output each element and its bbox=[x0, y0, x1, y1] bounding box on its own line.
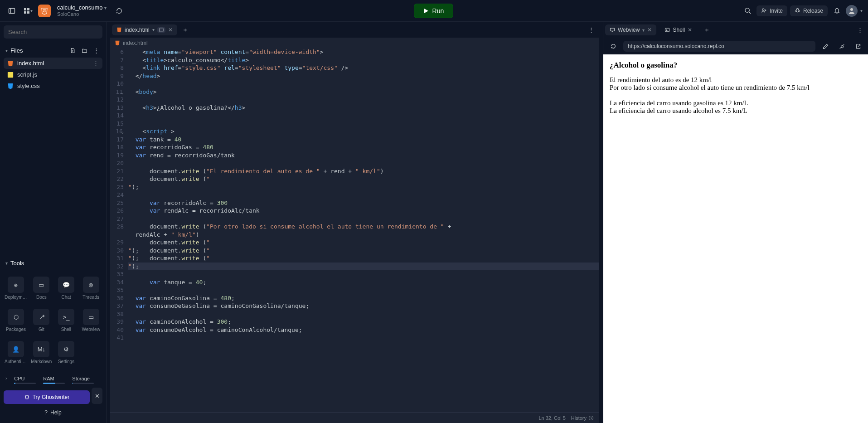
open-new-tab-icon[interactable] bbox=[852, 40, 864, 53]
splitter[interactable] bbox=[599, 22, 603, 423]
tool-packages[interactable]: ⬡Packages bbox=[4, 305, 28, 335]
output-tab-shell[interactable]: Shell ✕ bbox=[660, 24, 697, 35]
cursor-position: Ln 32, Col 5 bbox=[538, 415, 565, 421]
tool-markdown[interactable]: M↓Markdown bbox=[30, 337, 53, 368]
ghostwriter-button[interactable]: Try Ghostwriter bbox=[4, 390, 90, 404]
invite-button[interactable]: Invite bbox=[756, 5, 787, 16]
edit-url-icon[interactable] bbox=[819, 40, 832, 53]
reload-repl-icon[interactable] bbox=[113, 5, 126, 17]
svg-point-8 bbox=[762, 9, 764, 10]
tool-settings[interactable]: ⚙Settings bbox=[55, 337, 78, 368]
webview-content: ¿Alcohol o gasolina? El rendimiento del … bbox=[603, 54, 868, 423]
breadcrumb[interactable]: index.html bbox=[110, 38, 599, 48]
tool-icon: >_ bbox=[58, 309, 74, 325]
tool-icon: ⎇ bbox=[33, 309, 49, 325]
tool-icon: 👤 bbox=[8, 341, 24, 357]
svg-rect-5 bbox=[27, 11, 29, 14]
editor-pane: index.html ▾ ✕ ＋ ⋮ index.html 67891011 ⌄… bbox=[110, 22, 599, 423]
tool-icon: ⚙ bbox=[58, 341, 74, 357]
files-section-header[interactable]: ▾ Files ⋮ bbox=[4, 43, 102, 58]
svg-rect-15 bbox=[160, 28, 163, 31]
splitter[interactable] bbox=[107, 22, 110, 423]
file-item-script-js[interactable]: script.js bbox=[4, 69, 102, 80]
svg-line-7 bbox=[749, 12, 751, 14]
svg-rect-2 bbox=[24, 8, 26, 10]
repl-owner[interactable]: SoloCano bbox=[57, 11, 107, 17]
tab-close-icon[interactable]: ✕ bbox=[647, 27, 652, 33]
tool-label: Markdown bbox=[31, 359, 52, 364]
new-file-icon[interactable] bbox=[68, 46, 77, 55]
tool-label: Packages bbox=[6, 327, 26, 332]
tool-icon: M↓ bbox=[33, 341, 49, 357]
svg-rect-0 bbox=[9, 8, 15, 13]
reload-webview-icon[interactable] bbox=[607, 40, 620, 53]
ram-label: RAM bbox=[43, 376, 65, 381]
output-text-line: La eficiencia del carro usando gasolina … bbox=[610, 99, 862, 107]
search-icon[interactable] bbox=[741, 5, 754, 17]
resource-usage[interactable]: › CPU RAM Storage bbox=[4, 372, 102, 388]
tool-label: Settings bbox=[58, 359, 74, 364]
release-button[interactable]: Release bbox=[790, 5, 828, 16]
ai-indicator-icon[interactable] bbox=[157, 27, 165, 33]
terminal-icon bbox=[664, 27, 670, 33]
help-button[interactable]: ? Help bbox=[4, 406, 102, 419]
output-more-icon[interactable]: ⋮ bbox=[853, 24, 866, 36]
apps-icon[interactable]: ▾ bbox=[22, 5, 34, 17]
file-item-style-css[interactable]: style.css bbox=[4, 80, 102, 92]
output-tab-webview[interactable]: Webview ▾ ✕ bbox=[605, 24, 656, 35]
tool-label: Deployments bbox=[5, 295, 27, 300]
sidebar-toggle-icon[interactable] bbox=[5, 5, 18, 17]
html-file-icon bbox=[115, 40, 120, 46]
tool-label: Chat bbox=[61, 295, 71, 300]
new-folder-icon[interactable] bbox=[80, 46, 89, 55]
tool-docs[interactable]: ▭Docs bbox=[30, 273, 53, 303]
output-text-line: Por otro lado si consume alcohol el auto… bbox=[610, 84, 862, 92]
tool-threads[interactable]: ⊜Threads bbox=[79, 273, 102, 303]
new-tab-icon[interactable]: ＋ bbox=[700, 24, 713, 36]
tool-icon: 💬 bbox=[58, 277, 74, 293]
notifications-icon[interactable] bbox=[830, 5, 843, 17]
tab-close-icon[interactable]: ✕ bbox=[168, 27, 173, 33]
tool-label: Docs bbox=[36, 295, 47, 300]
devtools-icon[interactable] bbox=[835, 40, 848, 53]
tab-close-icon[interactable]: ✕ bbox=[688, 27, 692, 33]
tool-label: Authenticati... bbox=[5, 359, 27, 364]
file-item-index-html[interactable]: index.html ⋮ bbox=[4, 58, 102, 69]
svg-rect-17 bbox=[611, 28, 615, 31]
css-file-icon bbox=[7, 83, 14, 89]
tool-shell[interactable]: >_Shell bbox=[55, 305, 78, 335]
cpu-label: CPU bbox=[14, 376, 36, 381]
tool-icon: ▭ bbox=[83, 309, 99, 325]
html-file-icon bbox=[7, 60, 14, 67]
user-avatar[interactable] bbox=[846, 5, 858, 17]
svg-point-11 bbox=[850, 8, 853, 11]
history-button[interactable]: History bbox=[571, 415, 594, 421]
run-button[interactable]: Run bbox=[414, 4, 454, 18]
tool-chat[interactable]: 💬Chat bbox=[55, 273, 78, 303]
svg-point-6 bbox=[745, 8, 749, 12]
tool-git[interactable]: ⎇Git bbox=[30, 305, 53, 335]
avatar-menu-chevron[interactable]: ▾ bbox=[860, 8, 863, 13]
repl-title[interactable]: calculo_consumo▾ bbox=[57, 5, 107, 11]
editor-tab-index-html[interactable]: index.html ▾ ✕ bbox=[112, 24, 177, 35]
tool-icon: ⎈ bbox=[8, 277, 24, 293]
new-tab-icon[interactable]: ＋ bbox=[179, 24, 192, 36]
tools-section-header[interactable]: ▾ Tools bbox=[4, 257, 102, 269]
tool-icon: ⊜ bbox=[83, 277, 99, 293]
tool-deployments[interactable]: ⎈Deployments bbox=[4, 273, 28, 303]
repl-lang-badge bbox=[38, 5, 51, 17]
tool-authenticati[interactable]: 👤Authenticati... bbox=[4, 337, 28, 368]
output-heading: ¿Alcohol o gasolina? bbox=[610, 61, 862, 70]
ghostwriter-close-icon[interactable]: ✕ bbox=[92, 388, 102, 404]
svg-rect-4 bbox=[24, 11, 26, 14]
tool-webview[interactable]: ▭Webview bbox=[79, 305, 102, 335]
files-more-icon[interactable]: ⋮ bbox=[92, 46, 101, 55]
webview-url-input[interactable] bbox=[623, 41, 815, 52]
file-more-icon[interactable]: ⋮ bbox=[93, 60, 99, 67]
sidebar: ▾ Files ⋮ index.html ⋮ script.js bbox=[0, 22, 107, 423]
html-file-icon bbox=[116, 27, 122, 33]
tool-label: Git bbox=[39, 327, 44, 332]
editor-more-icon[interactable]: ⋮ bbox=[585, 24, 597, 36]
code-editor[interactable]: 67891011 ⌄1213141516 ⌄171819202122232425… bbox=[110, 48, 599, 412]
search-input[interactable] bbox=[4, 25, 102, 39]
